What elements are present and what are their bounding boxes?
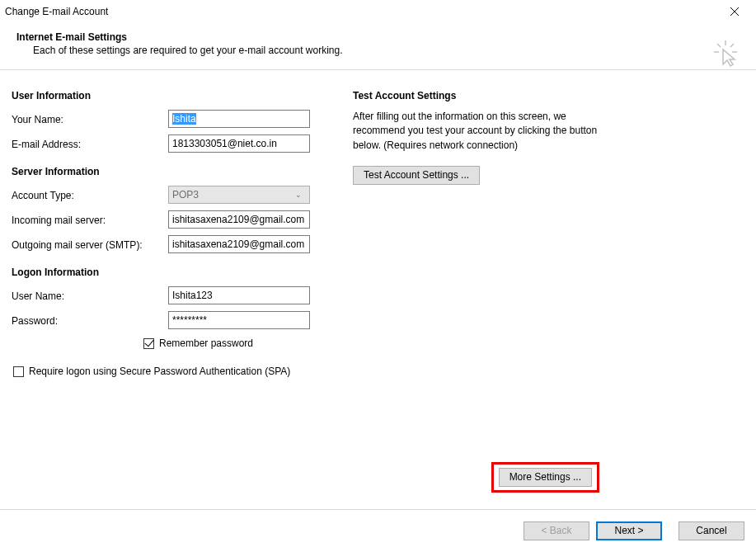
user-info-title: User Information — [12, 90, 333, 101]
account-type-combo: POP3 ⌄ — [168, 186, 310, 204]
test-settings-title: Test Account Settings — [353, 90, 744, 101]
test-settings-text: After filling out the information on thi… — [353, 110, 617, 153]
spa-checkbox[interactable] — [13, 366, 24, 377]
email-row: E-mail Address: — [12, 134, 333, 153]
remember-password-label: Remember password — [159, 337, 253, 349]
cancel-button[interactable]: Cancel — [679, 521, 744, 540]
more-settings-button[interactable]: More Settings ... — [499, 468, 592, 487]
left-column: User Information Your Name: Ishita E-mai… — [12, 90, 350, 384]
password-input[interactable] — [168, 311, 310, 329]
svg-line-5 — [717, 44, 721, 47]
remember-password-row[interactable]: Remember password — [143, 337, 333, 349]
title-bar: Change E-mail Account — [0, 0, 756, 23]
email-input[interactable] — [168, 134, 310, 153]
remember-password-checkbox[interactable] — [143, 338, 154, 349]
account-type-label: Account Type: — [12, 189, 168, 201]
header-title: Internet E-mail Settings — [16, 31, 740, 43]
wizard-footer: < Back Next > Cancel — [0, 509, 756, 552]
wizard-header: Internet E-mail Settings Each of these s… — [0, 23, 756, 70]
back-button: < Back — [524, 521, 589, 540]
incoming-row: Incoming mail server: — [12, 210, 333, 229]
account-type-value: POP3 — [172, 189, 199, 201]
account-type-row: Account Type: POP3 ⌄ — [12, 186, 333, 204]
email-label: E-mail Address: — [12, 138, 168, 150]
your-name-row: Your Name: Ishita — [12, 110, 333, 128]
outgoing-row: Outgoing mail server (SMTP): — [12, 235, 333, 253]
username-input[interactable] — [168, 286, 310, 304]
outgoing-server-input[interactable] — [168, 235, 310, 253]
test-account-settings-button[interactable]: Test Account Settings ... — [353, 166, 480, 185]
spa-label: Require logon using Secure Password Auth… — [29, 366, 290, 377]
password-label: Password: — [12, 314, 168, 327]
svg-line-6 — [730, 44, 734, 47]
close-icon — [730, 7, 740, 17]
username-label: User Name: — [12, 290, 168, 302]
next-button[interactable]: Next > — [596, 521, 662, 540]
your-name-label: Your Name: — [12, 113, 168, 125]
username-row: User Name: — [12, 286, 333, 304]
your-name-input[interactable]: Ishita — [168, 110, 310, 128]
chevron-down-icon: ⌄ — [291, 191, 306, 199]
incoming-server-input[interactable] — [168, 210, 310, 229]
more-settings-highlight: More Settings ... — [491, 462, 599, 493]
incoming-label: Incoming mail server: — [12, 214, 168, 226]
spa-row[interactable]: Require logon using Secure Password Auth… — [13, 366, 333, 377]
right-column: Test Account Settings After filling out … — [350, 90, 744, 384]
content-area: User Information Your Name: Ishita E-mai… — [0, 70, 756, 384]
cursor-pointer-icon — [711, 38, 741, 68]
outgoing-label: Outgoing mail server (SMTP): — [12, 238, 168, 251]
password-row: Password: — [12, 311, 333, 329]
window-title: Change E-mail Account — [5, 6, 108, 17]
close-button[interactable] — [718, 2, 751, 21]
header-subtitle: Each of these settings are required to g… — [16, 45, 740, 56]
logon-info-title: Logon Information — [12, 267, 333, 278]
server-info-title: Server Information — [12, 166, 333, 177]
